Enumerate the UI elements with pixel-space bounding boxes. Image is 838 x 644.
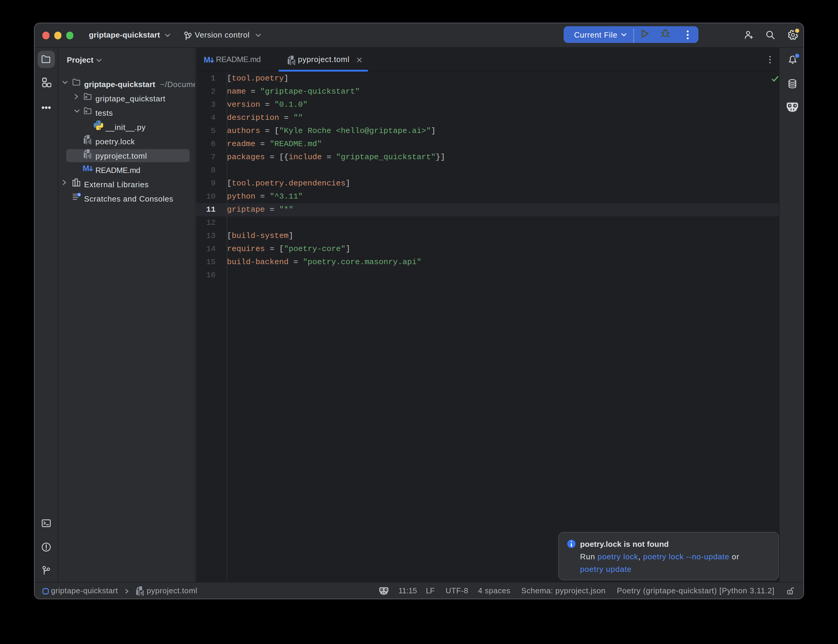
svg-text:M: M	[204, 56, 210, 64]
svg-text:M: M	[83, 164, 89, 172]
